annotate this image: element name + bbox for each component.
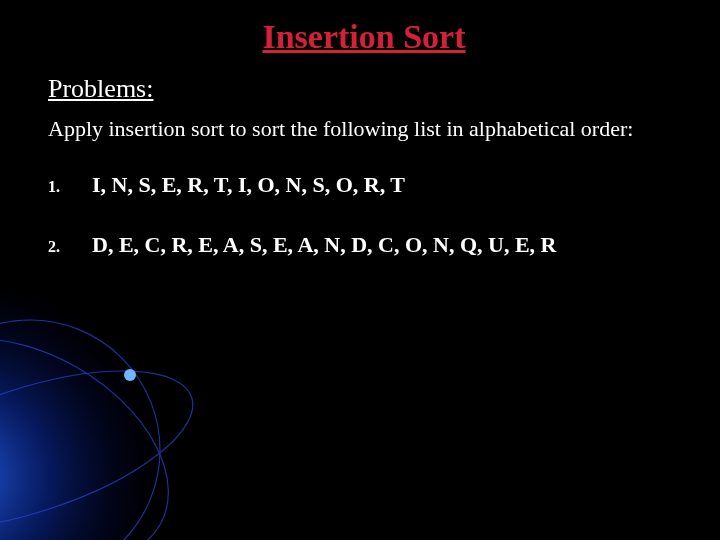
slide-content: Insertion Sort Problems: Apply insertion… bbox=[0, 0, 720, 258]
item-sequence: I, N, S, E, R, T, I, O, N, S, O, R, T bbox=[92, 172, 405, 198]
problem-list: 1. I, N, S, E, R, T, I, O, N, S, O, R, T… bbox=[48, 172, 680, 258]
item-number: 2. bbox=[48, 238, 92, 256]
svg-point-3 bbox=[0, 320, 160, 540]
slide-title: Insertion Sort bbox=[48, 18, 680, 56]
svg-point-0 bbox=[0, 290, 180, 540]
svg-point-2 bbox=[0, 293, 207, 540]
problem-prompt: Apply insertion sort to sort the followi… bbox=[48, 114, 680, 144]
svg-point-1 bbox=[0, 339, 211, 540]
svg-point-4 bbox=[124, 369, 136, 381]
list-item: 1. I, N, S, E, R, T, I, O, N, S, O, R, T bbox=[48, 172, 680, 198]
section-heading: Problems: bbox=[48, 74, 680, 104]
item-number: 1. bbox=[48, 178, 92, 196]
decorative-orbit-graphic bbox=[0, 260, 240, 540]
item-sequence: D, E, C, R, E, A, S, E, A, N, D, C, O, N… bbox=[92, 232, 557, 258]
list-item: 2. D, E, C, R, E, A, S, E, A, N, D, C, O… bbox=[48, 232, 680, 258]
